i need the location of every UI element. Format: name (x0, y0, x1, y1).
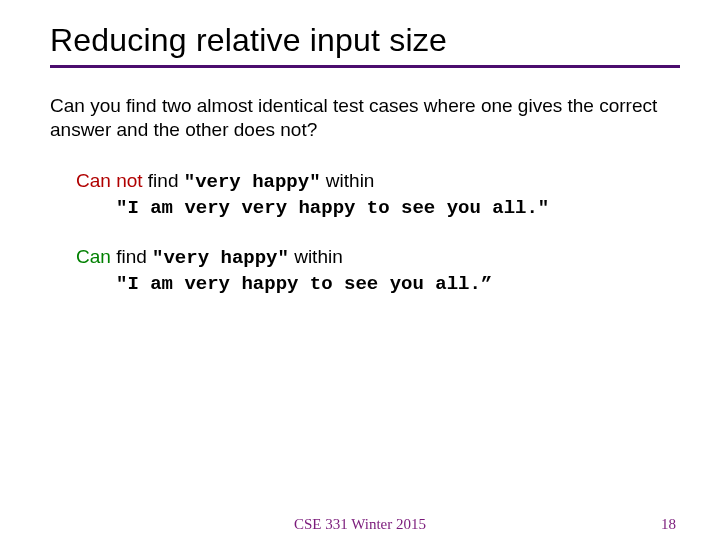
find-text: find (111, 246, 152, 267)
example-cannot-line2: "I am very very happy to see you all." (116, 195, 680, 222)
find-text: find (143, 170, 184, 191)
within-text: within (289, 246, 343, 267)
within-text: within (321, 170, 375, 191)
can-label: Can (76, 246, 111, 267)
footer-course: CSE 331 Winter 2015 (0, 516, 720, 533)
example-can-line2: "I am very happy to see you all.” (116, 271, 680, 298)
slide: Reducing relative input size Can you fin… (0, 0, 720, 540)
slide-title: Reducing relative input size (50, 22, 680, 59)
footer-page-number: 18 (661, 516, 676, 533)
title-rule (50, 65, 680, 68)
code-snippet: "very happy" (184, 171, 321, 193)
example-cannot-line1: Can not find "very happy" within (76, 168, 680, 196)
example-can: Can find "very happy" within "I am very … (76, 244, 680, 298)
example-cannot: Can not find "very happy" within "I am v… (76, 168, 680, 222)
example-can-line1: Can find "very happy" within (76, 244, 680, 272)
cannot-label: Can not (76, 170, 143, 191)
question-text: Can you find two almost identical test c… (50, 94, 680, 142)
code-snippet: "very happy" (152, 247, 289, 269)
